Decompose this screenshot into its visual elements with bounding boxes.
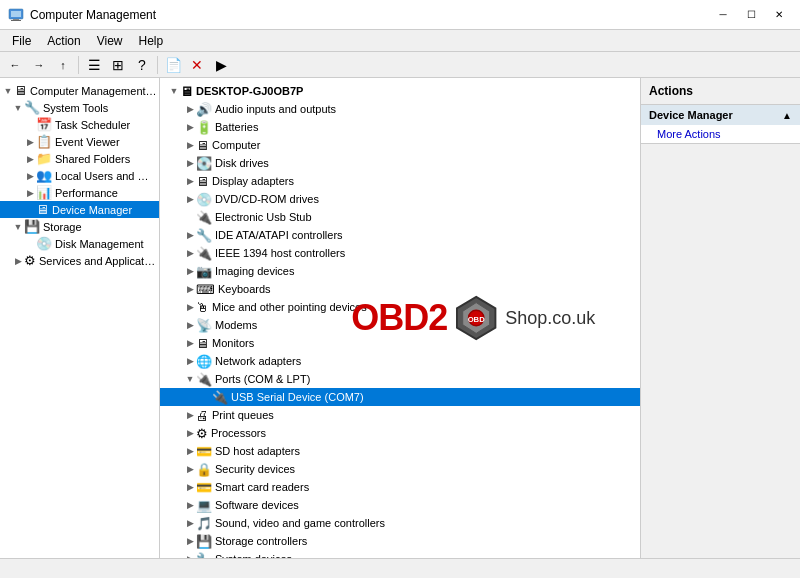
device-security[interactable]: ▶ 🔒 Security devices bbox=[160, 460, 640, 478]
menu-help[interactable]: Help bbox=[131, 32, 172, 50]
toolbar-delete[interactable]: ✕ bbox=[186, 54, 208, 76]
device-ide[interactable]: ▶ 🔧 IDE ATA/ATAPI controllers bbox=[160, 226, 640, 244]
expand-icon[interactable] bbox=[24, 118, 36, 132]
tree-item-services-applications[interactable]: ▶ ⚙ Services and Applications bbox=[0, 252, 159, 269]
device-monitors[interactable]: ▶ 🖥 Monitors bbox=[160, 334, 640, 352]
toolbar-help[interactable]: ? bbox=[131, 54, 153, 76]
toolbar-up[interactable]: ↑ bbox=[52, 54, 74, 76]
device-header[interactable]: ▼ 🖥 DESKTOP-GJ0OB7P bbox=[160, 82, 640, 100]
device-ieee1394[interactable]: ▶ 🔌 IEEE 1394 host controllers bbox=[160, 244, 640, 262]
expand-icon[interactable] bbox=[200, 390, 212, 404]
expand-icon[interactable]: ▶ bbox=[184, 120, 196, 134]
tree-item-computer-management[interactable]: ▼ 🖥 Computer Management (Local bbox=[0, 82, 159, 99]
expand-icon[interactable]: ▶ bbox=[184, 174, 196, 188]
expand-icon[interactable]: ▶ bbox=[184, 300, 196, 314]
toolbar-forward[interactable]: → bbox=[28, 54, 50, 76]
device-batteries[interactable]: ▶ 🔋 Batteries bbox=[160, 118, 640, 136]
device-display-adapters[interactable]: ▶ 🖥 Display adapters bbox=[160, 172, 640, 190]
expand-icon[interactable] bbox=[184, 210, 196, 224]
imaging-icon: 📷 bbox=[196, 264, 212, 279]
device-usb-serial[interactable]: 🔌 USB Serial Device (COM7) bbox=[160, 388, 640, 406]
device-system-devices[interactable]: ▶ 🔧 System devices bbox=[160, 550, 640, 558]
device-modems[interactable]: ▶ 📡 Modems bbox=[160, 316, 640, 334]
expand-icon[interactable]: ▶ bbox=[184, 264, 196, 278]
tree-item-local-users-groups[interactable]: ▶ 👥 Local Users and Groups bbox=[0, 167, 159, 184]
device-network-adapters[interactable]: ▶ 🌐 Network adapters bbox=[160, 352, 640, 370]
device-computer[interactable]: ▶ 🖥 Computer bbox=[160, 136, 640, 154]
expand-icon[interactable]: ▼ bbox=[12, 220, 24, 234]
expand-icon[interactable]: ▶ bbox=[184, 336, 196, 350]
expand-icon[interactable]: ▶ bbox=[184, 228, 196, 242]
device-imaging[interactable]: ▶ 📷 Imaging devices bbox=[160, 262, 640, 280]
expand-icon[interactable]: ▶ bbox=[184, 444, 196, 458]
minimize-button[interactable]: ─ bbox=[710, 5, 736, 25]
tree-item-device-manager[interactable]: 🖥 Device Manager bbox=[0, 201, 159, 218]
expand-icon[interactable]: ▶ bbox=[184, 192, 196, 206]
expand-icon[interactable]: ▶ bbox=[184, 516, 196, 530]
expand-icon[interactable]: ▼ bbox=[12, 101, 24, 115]
expand-icon[interactable]: ▶ bbox=[12, 254, 24, 268]
tree-item-disk-management[interactable]: 💿 Disk Management bbox=[0, 235, 159, 252]
expand-icon[interactable]: ▶ bbox=[24, 169, 36, 183]
storage-ctrl-icon: 💾 bbox=[196, 534, 212, 549]
action-more-actions[interactable]: More Actions bbox=[641, 125, 800, 143]
expand-icon[interactable]: ▶ bbox=[184, 498, 196, 512]
expand-icon[interactable]: ▶ bbox=[184, 480, 196, 494]
actions-section-title-device-manager[interactable]: Device Manager ▲ bbox=[641, 105, 800, 125]
expand-icon[interactable]: ▶ bbox=[24, 135, 36, 149]
device-software[interactable]: ▶ 💻 Software devices bbox=[160, 496, 640, 514]
device-print-queues[interactable]: ▶ 🖨 Print queues bbox=[160, 406, 640, 424]
expand-icon[interactable]: ▶ bbox=[184, 246, 196, 260]
toolbar-export[interactable]: 📄 bbox=[162, 54, 184, 76]
device-sound-video[interactable]: ▶ 🎵 Sound, video and game controllers bbox=[160, 514, 640, 532]
expand-icon[interactable]: ▶ bbox=[184, 426, 196, 440]
tree-item-system-tools[interactable]: ▼ 🔧 System Tools bbox=[0, 99, 159, 116]
device-keyboards[interactable]: ▶ ⌨ Keyboards bbox=[160, 280, 640, 298]
window-title: Computer Management bbox=[30, 8, 710, 22]
expand-icon[interactable]: ▶ bbox=[184, 282, 196, 296]
expand-icon[interactable]: ▶ bbox=[184, 138, 196, 152]
device-storage-controllers[interactable]: ▶ 💾 Storage controllers bbox=[160, 532, 640, 550]
expand-icon[interactable]: ▶ bbox=[184, 354, 196, 368]
tree-item-shared-folders[interactable]: ▶ 📁 Shared Folders bbox=[0, 150, 159, 167]
device-dvd-rom[interactable]: ▶ 💿 DVD/CD-ROM drives bbox=[160, 190, 640, 208]
device-processors[interactable]: ▶ ⚙ Processors bbox=[160, 424, 640, 442]
toolbar-refresh[interactable]: ▶ bbox=[210, 54, 232, 76]
expand-icon[interactable]: ▶ bbox=[184, 318, 196, 332]
tree-item-event-viewer[interactable]: ▶ 📋 Event Viewer bbox=[0, 133, 159, 150]
expand-icon[interactable] bbox=[24, 203, 36, 217]
expand-icon[interactable]: ▶ bbox=[24, 186, 36, 200]
tree-item-storage[interactable]: ▼ 💾 Storage bbox=[0, 218, 159, 235]
close-button[interactable]: ✕ bbox=[766, 5, 792, 25]
expand-icon[interactable] bbox=[24, 237, 36, 251]
expand-icon[interactable]: ▼ bbox=[184, 372, 196, 386]
monitor-icon: 🖥 bbox=[196, 336, 209, 351]
device-electronic-usb[interactable]: 🔌 Electronic Usb Stub bbox=[160, 208, 640, 226]
expand-icon[interactable]: ▶ bbox=[184, 552, 196, 558]
device-sd-host[interactable]: ▶ 💳 SD host adapters bbox=[160, 442, 640, 460]
device-mice[interactable]: ▶ 🖱 Mice and other pointing devices bbox=[160, 298, 640, 316]
toolbar-properties[interactable]: ⊞ bbox=[107, 54, 129, 76]
expand-icon[interactable]: ▶ bbox=[184, 102, 196, 116]
menu-view[interactable]: View bbox=[89, 32, 131, 50]
device-ports[interactable]: ▼ 🔌 Ports (COM & LPT) bbox=[160, 370, 640, 388]
tree-item-performance[interactable]: ▶ 📊 Performance bbox=[0, 184, 159, 201]
menu-file[interactable]: File bbox=[4, 32, 39, 50]
expand-icon[interactable]: ▶ bbox=[184, 156, 196, 170]
device-disk-drives[interactable]: ▶ 💽 Disk drives bbox=[160, 154, 640, 172]
expand-icon[interactable]: ▶ bbox=[24, 152, 36, 166]
device-audio[interactable]: ▶ 🔊 Audio inputs and outputs bbox=[160, 100, 640, 118]
expand-icon[interactable]: ▶ bbox=[184, 408, 196, 422]
device-smart-card[interactable]: ▶ 💳 Smart card readers bbox=[160, 478, 640, 496]
toolbar-show-hide[interactable]: ☰ bbox=[83, 54, 105, 76]
menu-action[interactable]: Action bbox=[39, 32, 88, 50]
system-tools-icon: 🔧 bbox=[24, 100, 40, 115]
device-label-ports: Ports (COM & LPT) bbox=[215, 373, 310, 385]
expand-icon[interactable]: ▶ bbox=[184, 534, 196, 548]
expand-icon[interactable]: ▼ bbox=[2, 84, 14, 98]
expand-icon[interactable]: ▶ bbox=[184, 462, 196, 476]
toolbar-back[interactable]: ← bbox=[4, 54, 26, 76]
expand-icon[interactable]: ▼ bbox=[168, 84, 180, 98]
maximize-button[interactable]: ☐ bbox=[738, 5, 764, 25]
tree-item-task-scheduler[interactable]: 📅 Task Scheduler bbox=[0, 116, 159, 133]
